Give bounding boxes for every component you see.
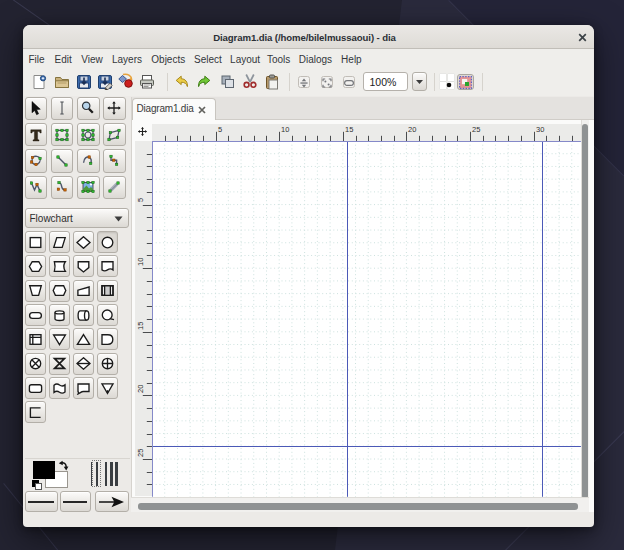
svg-text:30: 30 [536, 124, 544, 133]
svg-text:5: 5 [218, 124, 222, 133]
svg-text:25: 25 [472, 124, 480, 133]
svg-text:10: 10 [281, 124, 289, 133]
svg-text:15: 15 [345, 124, 353, 133]
svg-text:20: 20 [408, 124, 416, 133]
